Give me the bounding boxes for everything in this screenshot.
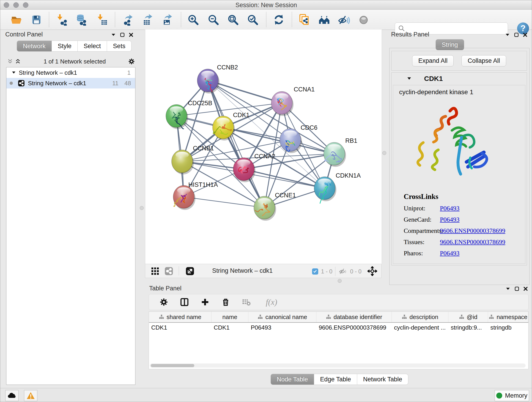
network-row[interactable]: String Network – cdk1 11 48 <box>6 78 135 89</box>
expand-all-networks-button[interactable] <box>14 57 22 65</box>
tab-network[interactable]: Network <box>17 41 52 51</box>
add-column-button[interactable] <box>199 296 211 308</box>
function-builder-button[interactable]: f(x) <box>261 296 282 308</box>
float-panel-button[interactable] <box>119 31 126 39</box>
memory-status-button[interactable]: Memory <box>495 390 529 401</box>
compartments-link[interactable]: 9606.ENSP00000378699 <box>440 227 505 235</box>
pan-mode-button[interactable] <box>367 265 378 277</box>
tab-sets[interactable]: Sets <box>107 41 132 51</box>
table-cell[interactable]: P06493 <box>248 323 317 333</box>
import-network-database-button[interactable] <box>74 13 88 27</box>
network-canvas[interactable]: CCNB2CCNA1CDC25BCDK1CDC6RB1CCNB1CCNA2CDK… <box>145 30 382 264</box>
panel-menu-button[interactable] <box>109 31 117 39</box>
expand-all-button[interactable]: Expand All <box>412 55 454 66</box>
table-cell[interactable]: stringdb:9... <box>448 323 488 333</box>
export-network-button[interactable] <box>121 13 135 27</box>
node-label-CCNB1: CCNB1 <box>193 145 214 152</box>
close-panel-button[interactable] <box>127 31 135 39</box>
float-window-icon <box>514 286 519 291</box>
tab-style[interactable]: Style <box>52 41 78 51</box>
column-header--id[interactable]: @id <box>448 312 488 322</box>
open-external-view-button[interactable] <box>184 265 196 277</box>
pharos-link[interactable]: P06493 <box>440 249 460 257</box>
column-header-database-identifier[interactable]: database identifier <box>317 312 392 322</box>
collapse-all-button[interactable]: Collapse All <box>462 55 506 66</box>
close-panel-button[interactable] <box>521 31 529 39</box>
tab-select[interactable]: Select <box>78 41 107 51</box>
left-splitter-handle[interactable] <box>140 206 144 210</box>
panel-menu-button[interactable] <box>504 285 512 293</box>
table-options-button[interactable] <box>158 296 170 308</box>
network-node-RB1[interactable] <box>324 142 346 167</box>
network-node-HIST1H1A[interactable] <box>173 185 196 210</box>
panel-menu-button[interactable] <box>504 31 511 39</box>
node-label-CCNE1: CCNE1 <box>275 192 296 199</box>
birdseye-view-button[interactable] <box>163 265 175 277</box>
collapse-triangle-icon[interactable] <box>407 76 412 81</box>
column-header-description[interactable]: description <box>392 312 449 322</box>
network-node-CDC25B[interactable] <box>166 104 188 129</box>
float-panel-button[interactable] <box>513 285 521 293</box>
save-session-button[interactable] <box>30 13 43 27</box>
open-in-browser-button[interactable] <box>297 13 311 27</box>
network-options-button[interactable] <box>128 57 135 65</box>
warnings-button[interactable] <box>24 390 37 401</box>
control-panel-tabs: Network Style Select Sets <box>17 41 132 51</box>
column-header-namespace[interactable]: namespace <box>488 312 528 322</box>
horizontal-scrollbar[interactable] <box>150 364 526 368</box>
show-all-button[interactable] <box>357 13 370 27</box>
delete-table-button[interactable] <box>241 296 252 308</box>
network-edge-CCNB2-CCNE1 <box>208 80 264 208</box>
select-columns-button[interactable] <box>179 296 190 308</box>
zoom-selected-button[interactable] <box>246 13 260 27</box>
home-button[interactable] <box>317 13 331 27</box>
float-panel-button[interactable] <box>513 31 520 39</box>
import-network-file-button[interactable] <box>55 13 69 27</box>
delete-column-button[interactable] <box>220 296 231 308</box>
network-node-CCNA1[interactable] <box>271 91 293 116</box>
column-header-name[interactable]: name <box>211 312 249 322</box>
export-table-button[interactable] <box>141 13 155 27</box>
column-header-canonical-name[interactable]: canonical name <box>248 312 317 322</box>
close-panel-button[interactable] <box>522 285 530 293</box>
network-node-CDKN1A[interactable] <box>314 177 336 203</box>
tab-edge-table[interactable]: Edge Table <box>314 374 357 385</box>
node-gloss <box>216 118 230 124</box>
close-icon <box>523 32 528 37</box>
tab-network-table[interactable]: Network Table <box>357 374 409 385</box>
selected-checkbox-icon[interactable] <box>312 268 318 274</box>
import-table-file-button[interactable] <box>95 13 109 27</box>
show-grid-button[interactable] <box>149 265 161 277</box>
network-node-CDK1[interactable] <box>213 116 235 140</box>
scrollbar-thumb[interactable] <box>151 364 194 367</box>
uniprot-link[interactable]: P06493 <box>440 205 460 212</box>
right-splitter-handle[interactable] <box>382 151 386 155</box>
column-header-shared-name[interactable]: shared name <box>149 312 211 322</box>
network-collection-row[interactable]: String Network – cdk1 1 <box>6 67 135 78</box>
open-session-button[interactable] <box>9 13 23 27</box>
zoom-fit-button[interactable] <box>226 13 240 27</box>
zoom-in-button[interactable] <box>186 13 200 27</box>
node-label-CDC25B: CDC25B <box>188 100 212 107</box>
collapse-all-networks-button[interactable] <box>6 57 14 65</box>
table-cell[interactable]: CDK1 <box>211 323 249 333</box>
network-node-CCNE1[interactable] <box>254 196 276 221</box>
network-node-CDC6[interactable] <box>280 128 302 153</box>
tissues-link[interactable]: 9606.ENSP00000378699 <box>440 238 505 246</box>
table-cell[interactable]: CDK1 <box>149 323 211 333</box>
update-network-button[interactable] <box>272 13 286 27</box>
table-cell[interactable]: 9606.ENSP00000378699 <box>317 323 392 333</box>
table-row[interactable]: CDK1CDK1P064939606.ENSP00000378699cyclin… <box>149 323 528 333</box>
table-cell[interactable]: stringdb <box>488 323 528 333</box>
node-gloss <box>284 130 297 137</box>
tab-node-table[interactable]: Node Table <box>271 374 314 385</box>
horizontal-splitter-handle[interactable] <box>338 279 342 283</box>
hide-selected-button[interactable] <box>337 13 351 27</box>
network-edge-CCNA2-CDKN1A <box>244 169 325 188</box>
genecard-link[interactable]: P06493 <box>440 216 460 223</box>
table-cell[interactable]: cyclin-dependent ... <box>392 323 449 333</box>
cloud-status-button[interactable] <box>5 390 19 401</box>
export-image-button[interactable] <box>161 13 174 27</box>
zoom-out-button[interactable] <box>206 13 220 27</box>
network-node-CCNB2[interactable] <box>197 69 220 94</box>
